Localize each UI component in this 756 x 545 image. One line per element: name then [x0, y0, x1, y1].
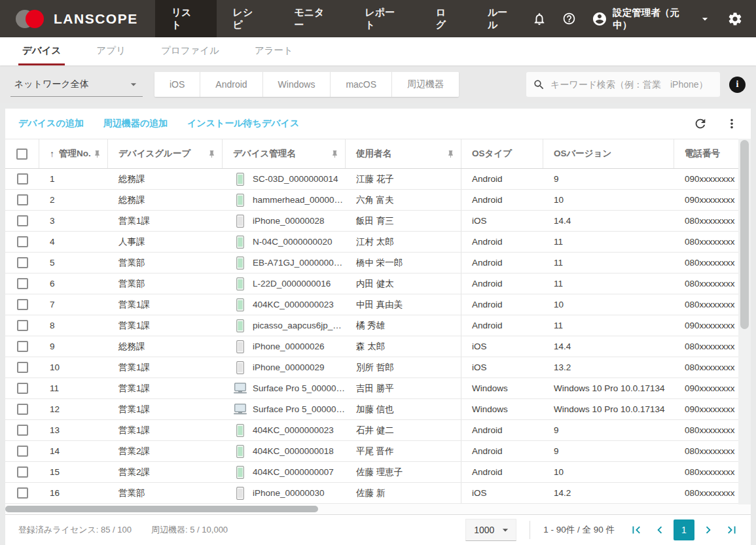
table-row[interactable]: 9総務課iPhone_00000026森 太郎iOS14.4080xxxxxxx… [5, 336, 751, 357]
column-header-os-type[interactable]: OSタイプ [461, 139, 543, 168]
column-header-user-name[interactable]: 使用者名 [346, 139, 461, 168]
row-checkbox-cell [5, 190, 39, 210]
os-filter-ios[interactable]: iOS [154, 72, 200, 97]
cell-os-version: 14.2 [543, 483, 674, 503]
menu-item-list[interactable]: リスト [155, 0, 217, 37]
tab-alerts[interactable]: アラート [251, 37, 297, 65]
menu-item-report[interactable]: レポート [349, 0, 420, 37]
pending-install-link[interactable]: インストール待ちデバイス [187, 118, 299, 130]
row-checkbox[interactable] [17, 404, 28, 415]
row-checkbox[interactable] [17, 299, 28, 310]
table-row[interactable]: 13営業1課404KC_0000000023石井 健二Android9080xx… [5, 420, 751, 441]
last-page-icon[interactable] [722, 520, 742, 540]
table-row[interactable]: 11営業1課Surface Pro 5_0000000...吉田 勝平Windo… [5, 378, 751, 399]
cell-os-type: Android [461, 315, 543, 336]
cell-management-no: 6 [39, 273, 108, 294]
column-header-os-version[interactable]: OSバージョン [543, 139, 674, 168]
menu-item-recipe[interactable]: レシピ [217, 0, 278, 37]
add-device-link[interactable]: デバイスの追加 [18, 118, 84, 130]
cell-device-group: 営業1課 [108, 378, 223, 398]
tab-devices[interactable]: デバイス [18, 37, 65, 65]
row-checkbox[interactable] [17, 425, 28, 436]
menu-item-rule[interactable]: ルール [471, 0, 533, 37]
current-page-button[interactable]: 1 [674, 519, 694, 540]
ios-device-icon [233, 340, 247, 353]
chevron-down-icon [127, 78, 140, 91]
table-row[interactable]: 3営業1課iPhone_00000028飯田 育三iOS14.4080xxxxx… [5, 211, 751, 232]
table-row[interactable]: 5営業部EB-A71GJ_0000000019橋中 栄一郎Android1108… [5, 253, 751, 273]
pin-icon[interactable] [331, 150, 339, 158]
table-row[interactable]: 8営業1課picasso_aapcus6jp_000...橘 秀雄Android… [5, 315, 751, 336]
column-header-no[interactable]: ↑ 管理No. [39, 139, 108, 168]
row-checkbox[interactable] [17, 215, 28, 226]
cell-os-type: Android [461, 253, 543, 273]
column-header-device-name[interactable]: デバイス管理名 [223, 139, 346, 168]
help-icon[interactable] [562, 12, 576, 26]
table-row[interactable]: 4人事課N-04C_0000000020江村 太郎Android11080xxx… [5, 232, 751, 253]
row-checkbox[interactable] [17, 466, 28, 478]
cell-management-no: 3 [39, 211, 108, 231]
column-header-device-group[interactable]: デバイスグループ [108, 139, 223, 168]
os-filter-peripheral[interactable]: 周辺機器 [392, 72, 459, 97]
search-box[interactable] [526, 72, 720, 97]
notification-bell-icon[interactable] [532, 12, 547, 26]
cell-os-version: Windows 10 Pro 10.0.17134 [543, 378, 674, 398]
cell-management-no: 15 [39, 462, 108, 482]
table-row[interactable]: 15営業2課404KC_0000000007佐藤 理恵子Android10080… [5, 462, 751, 483]
vertical-scrollbar-thumb[interactable] [740, 140, 749, 329]
settings-gear-icon[interactable] [727, 11, 743, 27]
pin-icon[interactable] [446, 150, 455, 158]
row-checkbox[interactable] [17, 278, 28, 289]
os-filter-windows[interactable]: Windows [263, 72, 331, 97]
cell-user-name: 森 太郎 [346, 336, 461, 357]
row-checkbox[interactable] [17, 383, 28, 394]
cell-management-no: 1 [39, 169, 108, 189]
menu-item-monitor[interactable]: モニター [278, 0, 348, 37]
row-checkbox[interactable] [17, 446, 28, 457]
cell-device-name: picasso_aapcus6jp_000... [223, 315, 346, 336]
table-row[interactable]: 7営業1課404KC_0000000023中田 真由美Android10080x… [5, 294, 751, 315]
pin-icon[interactable] [93, 150, 101, 158]
pagination: 1 [626, 519, 742, 540]
row-checkbox[interactable] [17, 173, 28, 185]
table-row[interactable]: 6営業部L-22D_0000000016内田 健太Android11080xxx… [5, 273, 751, 294]
horizontal-scrollbar[interactable] [5, 504, 751, 514]
table-row[interactable]: 16営業部iPhone_00000030佐藤 新iOS14.2080xxxxxx… [5, 483, 751, 504]
pin-icon[interactable] [207, 150, 216, 158]
brand[interactable]: LANSCOPE [0, 0, 155, 37]
network-select[interactable]: ネットワーク全体 [10, 72, 143, 97]
menu-item-log[interactable]: ログ [420, 0, 471, 37]
table-row[interactable]: 1総務課SC-03D_0000000014江藤 花子Android9090xxx… [5, 169, 751, 190]
os-filter-android[interactable]: Android [200, 72, 262, 97]
row-checkbox[interactable] [17, 487, 28, 499]
table-row[interactable]: 10営業1課iPhone_00000029別所 哲郎iOS13.2080xxxx… [5, 357, 751, 378]
add-peripheral-link[interactable]: 周辺機器の追加 [103, 118, 168, 130]
cell-management-no: 8 [39, 315, 108, 336]
first-page-icon[interactable] [626, 520, 646, 540]
user-menu[interactable]: 設定管理者（元中） [592, 7, 711, 31]
row-checkbox[interactable] [17, 194, 28, 205]
next-page-icon[interactable] [698, 520, 718, 540]
os-filter-macos[interactable]: macOS [331, 72, 392, 97]
info-icon[interactable]: i [729, 77, 746, 93]
horizontal-scrollbar-thumb[interactable] [5, 506, 318, 512]
refresh-icon[interactable] [693, 116, 708, 131]
vertical-scrollbar[interactable] [738, 139, 751, 504]
row-checkbox[interactable] [17, 341, 28, 352]
table-row[interactable]: 2総務課hammerhead_00000000...六角 富夫Android10… [5, 190, 751, 211]
tab-profiles[interactable]: プロファイル [157, 37, 223, 65]
row-checkbox[interactable] [17, 362, 28, 373]
cell-os-type: iOS [461, 211, 543, 231]
table-row[interactable]: 12営業1課Surface Pro 5_0000000...加藤 信也Windo… [5, 399, 751, 420]
more-vert-icon[interactable] [725, 116, 739, 131]
search-input[interactable] [550, 79, 713, 90]
prev-page-icon[interactable] [650, 520, 670, 540]
page-size-select[interactable]: 1000 [465, 519, 516, 541]
cell-device-name: iPhone_00000026 [223, 336, 346, 357]
tab-apps[interactable]: アプリ [92, 37, 130, 65]
row-checkbox[interactable] [17, 257, 28, 268]
row-checkbox[interactable] [17, 320, 28, 331]
table-row[interactable]: 14営業2課404KC_0000000018平尾 晋作Android9080xx… [5, 441, 751, 462]
select-all-checkbox[interactable] [16, 149, 27, 160]
row-checkbox[interactable] [17, 236, 28, 247]
